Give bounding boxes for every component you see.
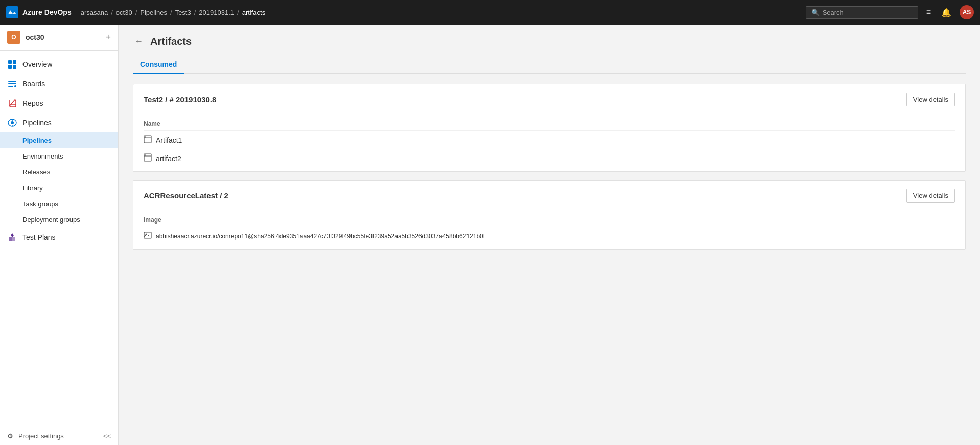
repos-icon — [7, 98, 17, 108]
repos-label: Repos — [22, 99, 43, 107]
test-plans-icon — [7, 232, 17, 242]
breadcrumb-buildid[interactable]: 20191031.1 — [199, 9, 234, 16]
breadcrumb-artifacts: artifacts — [242, 9, 266, 16]
releases-label: Releases — [22, 168, 50, 176]
svg-rect-2 — [13, 60, 16, 64]
page-title: Artifacts — [150, 36, 192, 48]
notification-icon[interactable]: 🔔 — [939, 6, 953, 19]
svg-rect-5 — [8, 81, 16, 82]
svg-rect-1 — [8, 60, 12, 64]
overview-label: Overview — [22, 60, 52, 69]
list-icon[interactable]: ≡ — [924, 6, 933, 19]
artifact-image-row: abhisheaacr.azurecr.io/conrepo11@sha256:… — [144, 227, 955, 245]
artifact2-icon — [144, 153, 152, 163]
sidebar-item-environments[interactable]: Environments — [0, 148, 118, 164]
pipelines-icon — [7, 118, 17, 128]
pipelines-sub-label: Pipelines — [22, 137, 52, 144]
image-icon — [144, 231, 152, 241]
add-button[interactable]: + — [105, 33, 111, 42]
topbar-right: 🔍 Search ≡ 🔔 AS — [806, 5, 974, 19]
breadcrumb-test3[interactable]: Test3 — [175, 9, 191, 16]
card-2-col-header: Image — [144, 211, 955, 227]
svg-rect-3 — [8, 65, 12, 69]
breadcrumb-sep-4: / — [194, 9, 196, 16]
view-details-button-2[interactable]: View details — [906, 189, 955, 203]
sidebar: O oct30 + Overview — [0, 25, 119, 445]
svg-rect-6 — [8, 83, 16, 84]
tabs: Consumed — [133, 56, 966, 74]
avatar[interactable]: AS — [960, 5, 974, 19]
artifact2-label: artifact2 — [156, 154, 181, 163]
card-2-title: ACRResourceLatest / 2 — [144, 191, 228, 200]
card-1-col-header: Name — [144, 115, 955, 130]
boards-icon — [7, 79, 17, 89]
svg-rect-7 — [8, 86, 13, 87]
view-details-button-1[interactable]: View details — [906, 93, 955, 106]
logo-text: Azure DevOps — [22, 8, 72, 16]
content-inner: ← Artifacts Consumed Test2 / # 20191030.… — [119, 25, 980, 268]
collapse-icon[interactable]: << — [103, 432, 111, 440]
sidebar-item-pipelines[interactable]: Pipelines — [0, 113, 118, 132]
azure-devops-logo — [6, 6, 18, 18]
card-1-header: Test2 / # 20191030.8 View details — [133, 84, 965, 115]
artifact-row-2: artifact2 — [144, 149, 955, 167]
task-groups-label: Task groups — [22, 200, 58, 208]
artifact-card-2: ACRResourceLatest / 2 View details Image — [133, 180, 966, 250]
sidebar-project-header[interactable]: O oct30 + — [0, 25, 118, 51]
artifact-row-1: Artifact1 — [144, 130, 955, 149]
tab-consumed[interactable]: Consumed — [133, 56, 184, 74]
library-label: Library — [22, 184, 43, 192]
card-2-body: Image abhisheaacr.azurecr.io/conrepo11@s… — [133, 211, 965, 249]
breadcrumb-sep-2: / — [135, 9, 137, 16]
artifact1-icon — [144, 135, 152, 145]
sidebar-item-test-plans[interactable]: Test Plans — [0, 228, 118, 247]
settings-icon: ⚙ — [7, 432, 13, 440]
main-layout: O oct30 + Overview — [0, 25, 980, 445]
project-icon: O — [7, 31, 20, 44]
breadcrumb-arsasana[interactable]: arsasana — [81, 9, 108, 16]
deployment-groups-label: Deployment groups — [22, 216, 80, 224]
svg-point-9 — [11, 121, 14, 124]
sidebar-item-pipelines-sub[interactable]: Pipelines — [0, 132, 118, 148]
pipelines-label: Pipelines — [22, 119, 52, 127]
svg-rect-0 — [6, 6, 18, 18]
sidebar-item-boards[interactable]: Boards — [0, 74, 118, 94]
breadcrumb-pipelines[interactable]: Pipelines — [140, 9, 167, 16]
project-settings-label: Project settings — [18, 432, 64, 440]
sidebar-item-deployment-groups[interactable]: Deployment groups — [0, 212, 118, 228]
breadcrumb-sep-3: / — [170, 9, 172, 16]
sidebar-item-task-groups[interactable]: Task groups — [0, 196, 118, 212]
breadcrumb-sep-5: / — [237, 9, 239, 16]
search-icon: 🔍 — [811, 9, 820, 16]
logo[interactable]: Azure DevOps — [6, 6, 72, 18]
sidebar-item-overview[interactable]: Overview — [0, 55, 118, 74]
sidebar-item-library[interactable]: Library — [0, 180, 118, 196]
breadcrumb-sep-1: / — [111, 9, 113, 16]
sidebar-item-repos[interactable]: Repos — [0, 94, 118, 113]
card-1-title: Test2 / # 20191030.8 — [144, 95, 216, 104]
topbar: Azure DevOps arsasana / oct30 / Pipeline… — [0, 0, 980, 25]
content: ← Artifacts Consumed Test2 / # 20191030.… — [119, 25, 980, 445]
svg-point-8 — [14, 85, 16, 87]
boards-label: Boards — [22, 80, 45, 88]
card-2-header: ACRResourceLatest / 2 View details — [133, 181, 965, 211]
breadcrumb: arsasana / oct30 / Pipelines / Test3 / 2… — [81, 9, 801, 16]
environments-label: Environments — [22, 152, 63, 160]
svg-rect-18 — [144, 232, 151, 238]
sidebar-nav: Overview Boards — [0, 51, 118, 427]
artifact-card-1: Test2 / # 20191030.8 View details Name — [133, 84, 966, 172]
svg-rect-4 — [13, 65, 16, 69]
test-plans-label: Test Plans — [22, 233, 56, 241]
sidebar-item-releases[interactable]: Releases — [0, 164, 118, 180]
image-label: abhisheaacr.azurecr.io/conrepo11@sha256:… — [156, 233, 485, 240]
svg-rect-12 — [144, 136, 151, 143]
project-name: oct30 — [26, 33, 100, 41]
project-settings[interactable]: ⚙ Project settings << — [0, 427, 118, 445]
search-placeholder: Search — [823, 9, 844, 16]
search-box[interactable]: 🔍 Search — [806, 6, 918, 19]
card-1-body: Name Artifact1 — [133, 115, 965, 171]
svg-rect-15 — [144, 154, 151, 161]
breadcrumb-oct30[interactable]: oct30 — [116, 9, 132, 16]
overview-icon — [7, 59, 17, 70]
back-button[interactable]: ← — [133, 35, 145, 48]
